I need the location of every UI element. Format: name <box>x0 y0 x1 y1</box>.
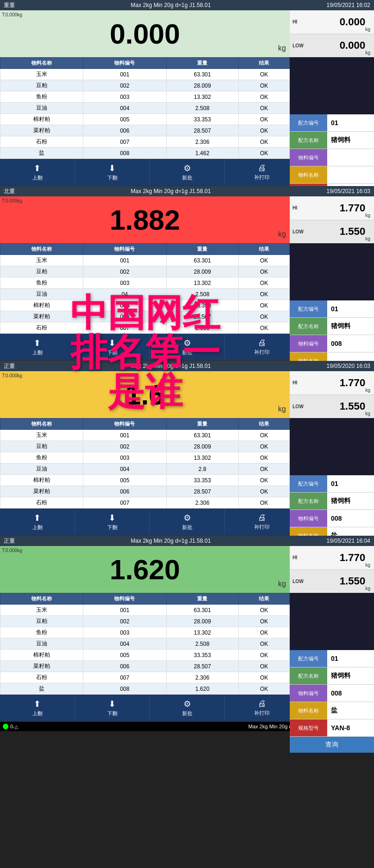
table-row: 菜籽粕00628.507OK <box>0 125 290 136</box>
info-row: 物料名称 <box>290 166 374 184</box>
action-btn-下翻[interactable]: ⬇下翻 <box>75 695 150 721</box>
action-btn-下翻[interactable]: ⬇下翻 <box>75 334 150 360</box>
action-btn-上翻[interactable]: ⬆上翻 <box>0 334 75 360</box>
btn-icon: ⬇ <box>109 699 116 709</box>
action-btn-新批[interactable]: ⚙新批 <box>150 334 225 360</box>
info-value: 猪饲料 <box>327 493 374 509</box>
info-label: 物料编号 <box>290 510 327 527</box>
info-label: 配方名称 <box>290 667 327 684</box>
low-unit-3: kg <box>365 411 370 416</box>
col-header-weight-3: 重量 <box>166 419 239 430</box>
table-row: 豆粕00228.009OK <box>0 616 290 627</box>
info-row: 配方编号01 <box>290 475 374 493</box>
action-btn-新批[interactable]: ⚙新批 <box>150 159 225 185</box>
action-btn-补打印[interactable]: 🖨补打印 <box>225 334 300 360</box>
table-row: 豆粕00228.009OK <box>0 80 290 91</box>
weight-value-3: 1.6 <box>125 379 164 411</box>
info-value <box>327 149 374 166</box>
weight-area-1: T:0.000kg 0.000 kg HI 0.000 kg LOW 0.000… <box>0 10 374 57</box>
low-label-4: LOW <box>293 579 303 584</box>
btn-label: 补打印 <box>254 524 270 531</box>
info-row: 物料编号008 <box>290 335 374 352</box>
action-btn-补打印[interactable]: 🖨补打印 <box>225 159 300 185</box>
hi-unit-4: kg <box>365 562 370 568</box>
col-header-name-4: 物料名称 <box>0 593 83 605</box>
weight-main-2: T:0.000kg 1.882 kg <box>0 196 290 243</box>
weight-value-4: 1.620 <box>110 554 180 586</box>
btn-icon: ⬆ <box>34 699 41 709</box>
table-row: 豆粕00228.009OK <box>0 266 290 277</box>
tare-label-3: T:0.000kg <box>2 373 22 378</box>
table-row: 棉籽粕00533.353OK <box>0 114 290 125</box>
weight-unit-2: kg <box>278 230 286 239</box>
top-bar-right-1: 19/05/2021 16:02 <box>327 2 370 8</box>
info-value: YAN-8 <box>327 719 374 736</box>
col-header-code-3: 物料编号 <box>83 419 166 430</box>
table-area-3: 物料名称 物料编号 重量 结果 玉米00163.301OK豆粕00228.009… <box>0 418 290 509</box>
info-label: 物料名称 <box>290 166 327 183</box>
info-value: 01 <box>327 650 374 667</box>
table-row: 豆油0042.508OK <box>0 103 290 114</box>
info-value: 008 <box>327 685 374 702</box>
btn-icon: 🖨 <box>258 513 266 523</box>
info-value: 01 <box>327 114 374 131</box>
low-label-1: LOW <box>293 43 303 48</box>
low-display-1: LOW 0.000 kg <box>290 34 374 58</box>
data-table-3: 物料名称 物料编号 重量 结果 玉米00163.301OK豆粕00228.009… <box>0 418 290 509</box>
action-btn-下翻[interactable]: ⬇下翻 <box>75 159 150 185</box>
table-row: 盐0081.462OK <box>0 148 290 159</box>
action-btn-上翻[interactable]: ⬆上翻 <box>0 159 75 185</box>
btn-label: 新批 <box>182 349 192 356</box>
top-bar-center-2: Max 2kg Min 20g d=1g J1.58.01 <box>131 188 211 195</box>
panel-body-3: 物料名称 物料编号 重量 结果 玉米00163.301OK豆粕00228.009… <box>0 418 374 509</box>
btn-label: 上翻 <box>32 524 43 531</box>
panels-container: 中国网红 排名第一 是谁 重重 Max 2kg Min 20g d=1g J1.… <box>0 0 374 731</box>
col-header-name-2: 物料名称 <box>0 244 83 255</box>
info-value: 猪饲料 <box>327 318 374 335</box>
info-row: 物料编号008 <box>290 510 374 527</box>
info-row: 配方名称猪饲料 <box>290 493 374 510</box>
weight-area-4: T:0.000kg 1.620 kg HI 1.770 kg LOW 1.550… <box>0 546 374 593</box>
btn-icon: ⬇ <box>109 513 116 523</box>
info-label: 配方名称 <box>290 493 327 509</box>
btn-icon: ⬆ <box>34 513 41 523</box>
panel-body-1: 物料名称 物料编号 重量 结果 玉米00163.301OK豆粕00228.009… <box>0 57 374 159</box>
col-header-result-3: 结果 <box>239 419 290 430</box>
panel-1: 重重 Max 2kg Min 20g d=1g J1.58.01 19/05/2… <box>0 0 374 186</box>
table-area-1: 物料名称 物料编号 重量 结果 玉米00163.301OK豆粕00228.009… <box>0 57 290 159</box>
action-btn-上翻[interactable]: ⬆上翻 <box>0 509 75 535</box>
weight-side-2: HI 1.770 kg LOW 1.550 kg <box>290 196 374 243</box>
table-row: 玉米00163.301OK <box>0 69 290 80</box>
action-btn-下翻[interactable]: ⬇下翻 <box>75 509 150 535</box>
table-row: 豆油0042.8OK <box>0 464 290 475</box>
info-panel-4: 配方编号01配方名称猪饲料物料编号008物料名称盐规格型号YAN-8查询 <box>290 650 374 753</box>
btn-label: 补打印 <box>254 349 270 356</box>
col-header-weight-4: 重量 <box>166 593 239 605</box>
weight-main-3: T:0.000kg 1.6 kg <box>0 371 290 418</box>
action-btn-上翻[interactable]: ⬆上翻 <box>0 695 75 721</box>
weight-value-2: 1.882 <box>110 204 180 236</box>
col-header-weight-1: 重量 <box>166 58 239 69</box>
tare-label-1: T:0.000kg <box>2 12 22 17</box>
info-row: 配方名称猪饲料 <box>290 667 374 685</box>
btn-label: 新批 <box>182 174 192 181</box>
info-row: 物料编号 <box>290 149 374 166</box>
action-btn-新批[interactable]: ⚙新批 <box>150 695 225 721</box>
info-label: 配方编号 <box>290 475 327 492</box>
btn-label: 下翻 <box>107 349 117 356</box>
info-value: 01 <box>327 475 374 492</box>
low-display-4: LOW 1.550 kg <box>290 570 374 593</box>
table-row: 菜籽粕00628.507OK <box>0 661 290 672</box>
status-dot <box>3 724 8 729</box>
info-label: 配方编号 <box>290 650 327 667</box>
btn-icon: ⬆ <box>34 163 41 173</box>
hi-unit-2: kg <box>365 213 370 218</box>
data-table-1: 物料名称 物料编号 重量 结果 玉米00163.301OK豆粕00228.009… <box>0 57 290 159</box>
action-btn-补打印[interactable]: 🖨补打印 <box>225 695 300 721</box>
action-btn-补打印[interactable]: 🖨补打印 <box>225 509 300 535</box>
top-bar-right-4: 19/05/2021 16:04 <box>327 538 370 544</box>
btn-label: 补打印 <box>254 174 270 181</box>
action-btn-新批[interactable]: ⚙新批 <box>150 509 225 535</box>
query-button-4[interactable]: 查询 <box>290 737 374 753</box>
btn-icon: ⬆ <box>34 338 41 348</box>
